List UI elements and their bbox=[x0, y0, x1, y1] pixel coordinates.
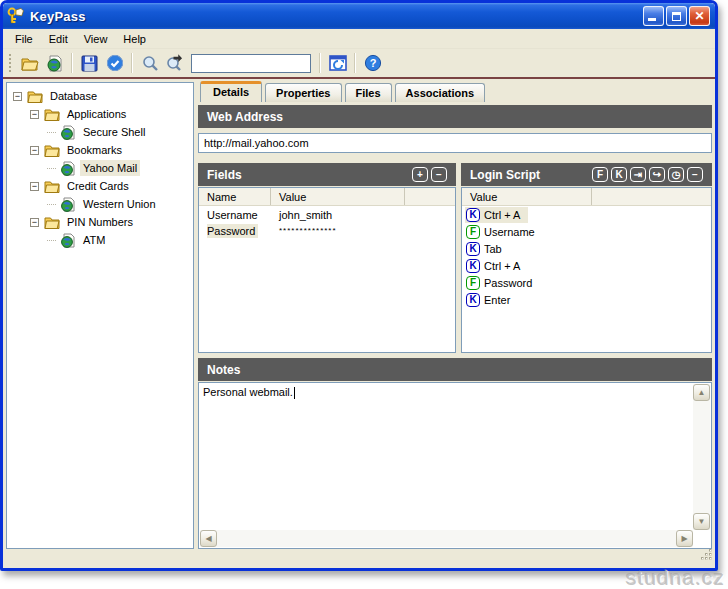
save-icon[interactable] bbox=[77, 52, 102, 75]
minimize-button[interactable] bbox=[643, 6, 664, 26]
field-row-username[interactable]: Usernamejohn_smith bbox=[199, 207, 455, 222]
script-step-username[interactable]: FUsername bbox=[462, 223, 711, 240]
svg-text:?: ? bbox=[369, 57, 376, 69]
field-icon: F bbox=[466, 276, 480, 290]
run-login-script-icon[interactable] bbox=[325, 52, 350, 75]
toolbar-grip-handle[interactable] bbox=[9, 54, 13, 72]
maximize-button[interactable] bbox=[666, 6, 687, 26]
open-folder-icon[interactable] bbox=[17, 52, 42, 75]
notes-title: Notes bbox=[207, 363, 240, 377]
toolbar-separator bbox=[71, 53, 73, 73]
insert-key-button[interactable]: K bbox=[611, 167, 627, 182]
new-entry-globe-icon[interactable] bbox=[42, 52, 67, 75]
fields-list[interactable]: NameValue Usernamejohn_smithPassword****… bbox=[198, 187, 456, 353]
field-name: Username bbox=[199, 208, 271, 222]
script-step-label: Password bbox=[484, 277, 532, 289]
web-address-input[interactable] bbox=[198, 133, 712, 153]
web-address-title: Web Address bbox=[207, 110, 283, 124]
scroll-left-icon[interactable]: ◀ bbox=[200, 530, 217, 547]
minimize-icon bbox=[648, 18, 656, 21]
commit-check-icon[interactable] bbox=[102, 52, 127, 75]
tab-details[interactable]: Details bbox=[200, 81, 262, 102]
add-field-button[interactable]: + bbox=[412, 167, 428, 182]
tree-item-yahoo-mail[interactable]: Yahoo Mail bbox=[7, 159, 193, 177]
field-row-password[interactable]: Password************** bbox=[199, 223, 455, 238]
notes-horizontal-scrollbar[interactable]: ◀ ▶ bbox=[200, 530, 693, 547]
tree-expander-icon[interactable]: − bbox=[30, 146, 39, 155]
tree-item-label: PIN Numbers bbox=[64, 214, 136, 230]
search-next-icon[interactable] bbox=[162, 52, 187, 75]
tree-item-bookmarks[interactable]: −Bookmarks bbox=[7, 141, 193, 159]
insert-tab-button[interactable]: ⇥ bbox=[630, 167, 646, 182]
tree-item-pin-numbers[interactable]: −PIN Numbers bbox=[7, 213, 193, 231]
tree-item-label: Applications bbox=[64, 106, 129, 122]
remove-step-button[interactable]: − bbox=[687, 167, 703, 182]
tree-item-label: Bookmarks bbox=[64, 142, 125, 158]
tree-item-applications[interactable]: −Applications bbox=[7, 105, 193, 123]
scroll-up-icon[interactable]: ▲ bbox=[693, 384, 710, 401]
script-step-label: Ctrl + A bbox=[484, 209, 520, 221]
script-step-ctrl-a[interactable]: KCtrl + A bbox=[462, 257, 711, 274]
column-header-value[interactable]: Value bbox=[271, 188, 405, 205]
maximize-icon bbox=[672, 12, 681, 21]
search-icon[interactable] bbox=[137, 52, 162, 75]
script-step-label: Ctrl + A bbox=[484, 260, 520, 272]
detail-area: DetailsPropertiesFilesAssociations Web A… bbox=[198, 82, 712, 549]
scroll-right-icon[interactable]: ▶ bbox=[676, 530, 693, 547]
fields-panel: Fields +− NameValue Usernamejohn_smithPa… bbox=[198, 163, 456, 353]
watermark: studna.cz bbox=[626, 566, 725, 589]
script-step-label: Username bbox=[484, 226, 535, 238]
column-header-name[interactable]: Name bbox=[199, 188, 271, 205]
title-bar: KeyPass ✕ bbox=[3, 3, 715, 29]
menu-edit[interactable]: Edit bbox=[41, 30, 76, 48]
script-step-tab[interactable]: KTab bbox=[462, 240, 711, 257]
fields-header-buttons: +− bbox=[412, 167, 447, 182]
column-header-value[interactable]: Value bbox=[462, 188, 592, 205]
tree-expander-icon[interactable]: − bbox=[30, 182, 39, 191]
menu-file[interactable]: File bbox=[7, 30, 41, 48]
search-input[interactable] bbox=[191, 54, 311, 73]
resize-grip[interactable] bbox=[700, 547, 713, 565]
tree-expander-icon[interactable]: − bbox=[30, 218, 39, 227]
folder-icon bbox=[27, 90, 43, 103]
tree-item-credit-cards[interactable]: −Credit Cards bbox=[7, 177, 193, 195]
script-step-enter[interactable]: KEnter bbox=[462, 291, 711, 308]
close-button[interactable]: ✕ bbox=[689, 6, 710, 26]
menu-view[interactable]: View bbox=[76, 30, 116, 48]
tree-item-label: Secure Shell bbox=[80, 124, 148, 140]
tree-item-atm[interactable]: ATM bbox=[7, 231, 193, 249]
remove-field-button[interactable]: − bbox=[431, 167, 447, 182]
toolbar-separator bbox=[131, 53, 133, 73]
tree-item-secure-shell[interactable]: Secure Shell bbox=[7, 123, 193, 141]
tab-properties[interactable]: Properties bbox=[265, 83, 341, 102]
main-area: −Database−ApplicationsSecure Shell−Bookm… bbox=[3, 79, 715, 549]
scroll-down-icon[interactable]: ▼ bbox=[693, 513, 710, 530]
folder-icon bbox=[44, 180, 60, 193]
tree-expander-icon[interactable]: − bbox=[30, 110, 39, 119]
insert-field-button[interactable]: F bbox=[592, 167, 608, 182]
notes-vertical-scrollbar[interactable]: ▲ ▼ bbox=[693, 384, 710, 530]
tree-expander-icon[interactable]: − bbox=[13, 92, 22, 101]
script-step-ctrl-a[interactable]: KCtrl + A bbox=[462, 206, 711, 223]
tab-files[interactable]: Files bbox=[345, 83, 392, 102]
login-script-list[interactable]: Value KCtrl + AFUsernameKTabKCtrl + AFPa… bbox=[461, 187, 712, 353]
tree-item-western-union[interactable]: Western Union bbox=[7, 195, 193, 213]
fields-header: Fields +− bbox=[198, 163, 456, 186]
web-address-header: Web Address bbox=[198, 105, 712, 128]
menu-bar: FileEditViewHelp bbox=[3, 29, 715, 49]
login-script-column-headers: Value bbox=[462, 188, 711, 206]
field-name: Password bbox=[199, 224, 271, 238]
tree-connector bbox=[47, 132, 56, 133]
help-icon[interactable]: ? bbox=[360, 52, 385, 75]
tree-item-label: Yahoo Mail bbox=[80, 160, 140, 176]
insert-enter-button[interactable]: ↪ bbox=[649, 167, 665, 182]
tree-item-database[interactable]: −Database bbox=[7, 87, 193, 105]
notes-text: Personal webmail. bbox=[203, 386, 295, 399]
script-step-password[interactable]: FPassword bbox=[462, 274, 711, 291]
folder-icon bbox=[44, 108, 60, 121]
insert-delay-button[interactable]: ◷ bbox=[668, 167, 684, 182]
menu-help[interactable]: Help bbox=[115, 30, 154, 48]
tab-associations[interactable]: Associations bbox=[395, 83, 485, 102]
notes-editor[interactable]: Personal webmail. ▲ ▼ ◀ ▶ bbox=[198, 382, 712, 549]
entry-globe-icon bbox=[60, 161, 76, 176]
